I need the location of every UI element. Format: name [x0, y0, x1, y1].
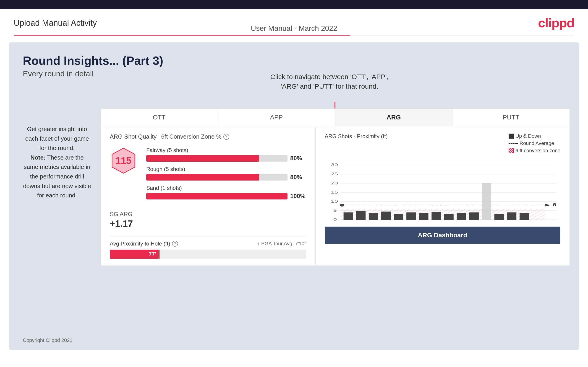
legend-item-0: Up & Down — [509, 133, 560, 139]
chart-svg: 0 5 10 15 20 25 30 — [325, 158, 560, 222]
prox-value: 77' — [149, 251, 156, 257]
svg-rect-39 — [519, 213, 529, 220]
left-description: Get greater insight into each facet of y… — [23, 125, 91, 200]
chart-title: ARG Shots - Proximity (ft) — [325, 133, 388, 140]
legend-dashed-icon — [509, 143, 518, 144]
upload-title: Upload Manual Activity — [14, 18, 97, 28]
svg-rect-31 — [419, 213, 428, 220]
svg-rect-35 — [469, 212, 479, 220]
sg-section: SG ARG +1.17 — [110, 211, 306, 229]
svg-rect-25 — [344, 212, 353, 220]
clippd-logo: clippd — [538, 16, 574, 30]
bar-row-1: 80% — [146, 174, 306, 181]
svg-rect-38 — [507, 212, 516, 220]
main-content: Round Insights... (Part 3) Every round i… — [9, 42, 579, 350]
bar-item-0: Fairway (5 shots) 80% — [146, 147, 306, 162]
bars-section: Fairway (5 shots) 80% Rough (5 shots) — [146, 147, 306, 204]
svg-rect-36 — [482, 183, 491, 220]
bar-track-1 — [146, 174, 287, 181]
sg-label: SG ARG — [110, 211, 306, 218]
proximity-section: Avg Proximity to Hole (ft) ? ↑ PGA Tour … — [110, 236, 306, 259]
divider — [14, 35, 574, 36]
proximity-title: Avg Proximity to Hole (ft) ? — [110, 241, 178, 247]
bar-track-2 — [146, 193, 287, 200]
legend-square-icon — [509, 133, 514, 139]
svg-rect-26 — [356, 211, 365, 220]
svg-rect-30 — [406, 212, 416, 220]
svg-text:5: 5 — [333, 209, 337, 213]
dashboard-panel: OTT APP ARG PUTT ARG Shot Quality 6ft Co… — [100, 108, 570, 266]
panel-left: ARG Shot Quality 6ft Conversion Zone % ?… — [101, 126, 316, 266]
proximity-help-icon[interactable]: ? — [172, 241, 178, 247]
header: Upload Manual Activity User Manual - Mar… — [0, 9, 588, 35]
conversion-label: 6ft Conversion Zone % ? — [161, 133, 229, 140]
bar-pct-2: 100% — [290, 193, 306, 200]
legend-item-1: Round Average — [509, 141, 560, 146]
svg-rect-33 — [444, 214, 453, 220]
panel-right: ARG Shots - Proximity (ft) Up & Down Rou… — [316, 126, 570, 266]
svg-rect-27 — [369, 213, 378, 220]
svg-rect-34 — [457, 213, 466, 220]
prox-bar-fill: 77' — [110, 250, 159, 259]
svg-text:10: 10 — [331, 200, 338, 204]
user-manual-label: User Manual - March 2022 — [251, 24, 337, 33]
chart-area: 0 5 10 15 20 25 30 — [325, 158, 560, 222]
bar-fill-1 — [146, 174, 259, 181]
pga-avg: ↑ PGA Tour Avg: 7'10" — [257, 241, 306, 247]
svg-rect-32 — [432, 212, 441, 220]
legend-hatched-icon — [509, 148, 514, 153]
bar-label-0: Fairway (5 shots) — [146, 147, 306, 153]
section-title: Round Insights... (Part 3) — [23, 54, 565, 67]
svg-text:8: 8 — [553, 203, 556, 207]
top-bar — [0, 0, 588, 9]
prox-cursor — [159, 250, 159, 259]
bar-track-0 — [146, 155, 287, 162]
shot-quality-label: ARG Shot Quality — [110, 133, 156, 140]
svg-text:30: 30 — [331, 163, 338, 167]
copyright: Copyright Clippd 2021 — [23, 337, 73, 343]
chart-header: ARG Shots - Proximity (ft) Up & Down Rou… — [325, 133, 560, 154]
bar-item-2: Sand (1 shots) 100% — [146, 185, 306, 200]
tab-arg[interactable]: ARG — [335, 109, 452, 126]
svg-marker-21 — [545, 204, 551, 207]
proximity-header: Avg Proximity to Hole (ft) ? ↑ PGA Tour … — [110, 241, 306, 247]
svg-point-20 — [339, 204, 344, 207]
bar-label-1: Rough (5 shots) — [146, 166, 306, 172]
section-header: ARG Shot Quality 6ft Conversion Zone % ? — [110, 133, 306, 140]
header-left: Upload Manual Activity — [14, 18, 97, 28]
bar-pct-1: 80% — [290, 174, 306, 181]
bar-fill-0 — [146, 155, 259, 162]
svg-text:25: 25 — [331, 172, 338, 176]
legend-item-2: 6 ft conversion zone — [509, 148, 560, 154]
bar-fill-2 — [146, 193, 287, 200]
bar-item-1: Rough (5 shots) 80% — [146, 166, 306, 181]
panel-body: ARG Shot Quality 6ft Conversion Zone % ?… — [101, 126, 570, 266]
svg-text:0: 0 — [333, 218, 337, 222]
bar-row-2: 100% — [146, 193, 306, 200]
hex-value: 115 — [115, 155, 131, 166]
help-icon[interactable]: ? — [223, 134, 229, 140]
tab-putt[interactable]: PUTT — [452, 109, 570, 126]
bar-pct-0: 80% — [290, 155, 306, 162]
annotation-text: Click to navigate between 'OTT', 'APP','… — [270, 72, 389, 91]
svg-text:20: 20 — [331, 181, 338, 185]
svg-rect-28 — [381, 212, 391, 220]
bar-label-2: Sand (1 shots) — [146, 185, 306, 191]
arg-dashboard-button[interactable]: ARG Dashboard — [325, 226, 560, 244]
prox-bar-track: 77' — [110, 250, 306, 259]
svg-rect-29 — [394, 214, 403, 220]
svg-rect-37 — [494, 214, 504, 220]
hex-bars-row: 115 Fairway (5 shots) 80% — [110, 147, 306, 204]
legend: Up & Down Round Average 6 ft conversion … — [509, 133, 560, 154]
tabs-row: OTT APP ARG PUTT — [101, 109, 570, 126]
tab-ott[interactable]: OTT — [101, 109, 218, 126]
bar-row-0: 80% — [146, 155, 306, 162]
svg-text:15: 15 — [331, 190, 338, 194]
sg-value: +1.17 — [110, 219, 306, 229]
tab-app[interactable]: APP — [218, 109, 335, 126]
hexagon: 115 — [110, 147, 137, 174]
